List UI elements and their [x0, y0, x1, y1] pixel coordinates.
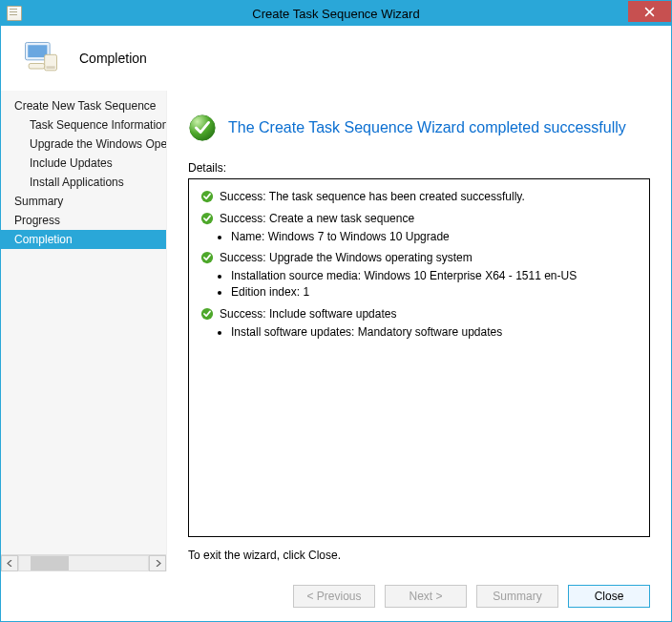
success-small-icon	[200, 212, 214, 225]
close-icon	[644, 7, 655, 17]
detail-bullets: Name: Windows 7 to Windows 10 Upgrade	[231, 229, 638, 245]
detail-text: Success: Upgrade the Windows operating s…	[220, 250, 472, 266]
svg-rect-5	[47, 66, 55, 69]
close-button[interactable]: Close	[568, 585, 650, 608]
scroll-right-button[interactable]	[149, 555, 166, 571]
wizard-window: Create Task Sequence Wizard Completion C…	[0, 0, 672, 622]
sidebar-item[interactable]: Summary	[1, 192, 166, 211]
success-icon	[188, 114, 217, 142]
wizard-body: Create New Task SequenceTask Sequence In…	[1, 91, 671, 571]
sidebar-item[interactable]: Create New Task Sequence	[1, 96, 166, 115]
sidebar: Create New Task SequenceTask Sequence In…	[1, 91, 167, 571]
success-header: The Create Task Sequence Wizard complete…	[188, 114, 650, 142]
chevron-left-icon	[7, 560, 13, 567]
sidebar-item[interactable]: Include Updates	[1, 154, 166, 173]
wizard-header: Completion	[1, 26, 671, 91]
detail-row: Success: Upgrade the Windows operating s…	[200, 250, 638, 266]
step-nav: Create New Task SequenceTask Sequence In…	[1, 96, 166, 554]
close-window-button[interactable]	[628, 1, 671, 22]
previous-button[interactable]: < Previous	[293, 585, 375, 608]
scroll-thumb[interactable]	[31, 556, 69, 570]
sidebar-item[interactable]: Progress	[1, 211, 166, 230]
computer-icon	[20, 37, 62, 79]
sidebar-item[interactable]: Completion	[1, 230, 166, 249]
scroll-left-button[interactable]	[1, 555, 18, 571]
details-box[interactable]: Success: The task sequence has been crea…	[188, 178, 650, 537]
summary-button[interactable]: Summary	[476, 585, 558, 608]
success-small-icon	[200, 307, 214, 321]
success-heading: The Create Task Sequence Wizard complete…	[228, 119, 626, 136]
sidebar-item[interactable]: Task Sequence Information	[1, 115, 166, 135]
success-small-icon	[200, 190, 214, 203]
detail-bullets: Installation source media: Windows 10 En…	[231, 268, 638, 301]
detail-text: Success: Create a new task sequence	[220, 211, 414, 227]
detail-text: Success: The task sequence has been crea…	[220, 189, 525, 205]
success-small-icon	[200, 251, 214, 264]
horizontal-scrollbar[interactable]	[1, 554, 166, 571]
wizard-footer: < Previous Next > Summary Close	[1, 571, 671, 621]
details-label: Details:	[188, 161, 650, 175]
detail-bullet: Name: Windows 7 to Windows 10 Upgrade	[231, 229, 638, 245]
sidebar-item[interactable]: Install Applications	[1, 173, 166, 192]
detail-bullet: Edition index: 1	[231, 284, 638, 301]
svg-rect-6	[29, 63, 44, 69]
detail-row: Success: Create a new task sequence	[200, 211, 638, 227]
title-bar[interactable]: Create Task Sequence Wizard	[1, 1, 671, 26]
app-icon	[7, 6, 22, 21]
detail-bullet: Install software updates: Mandatory soft…	[231, 324, 638, 341]
svg-point-8	[190, 115, 215, 140]
detail-bullet: Installation source media: Windows 10 En…	[231, 268, 638, 284]
detail-row: Success: Include software updates	[200, 306, 638, 322]
exit-hint: To exit the wizard, click Close.	[188, 549, 650, 562]
chevron-right-icon	[155, 560, 161, 567]
window-title: Create Task Sequence Wizard	[1, 7, 671, 21]
scroll-track[interactable]	[18, 555, 149, 571]
main-panel: The Create Task Sequence Wizard complete…	[167, 91, 671, 571]
sidebar-item[interactable]: Upgrade the Windows Operating System	[1, 135, 166, 154]
step-title: Completion	[79, 51, 147, 66]
next-button[interactable]: Next >	[385, 585, 467, 608]
detail-row: Success: The task sequence has been crea…	[200, 189, 638, 205]
detail-bullets: Install software updates: Mandatory soft…	[231, 324, 638, 341]
detail-text: Success: Include software updates	[220, 306, 396, 322]
